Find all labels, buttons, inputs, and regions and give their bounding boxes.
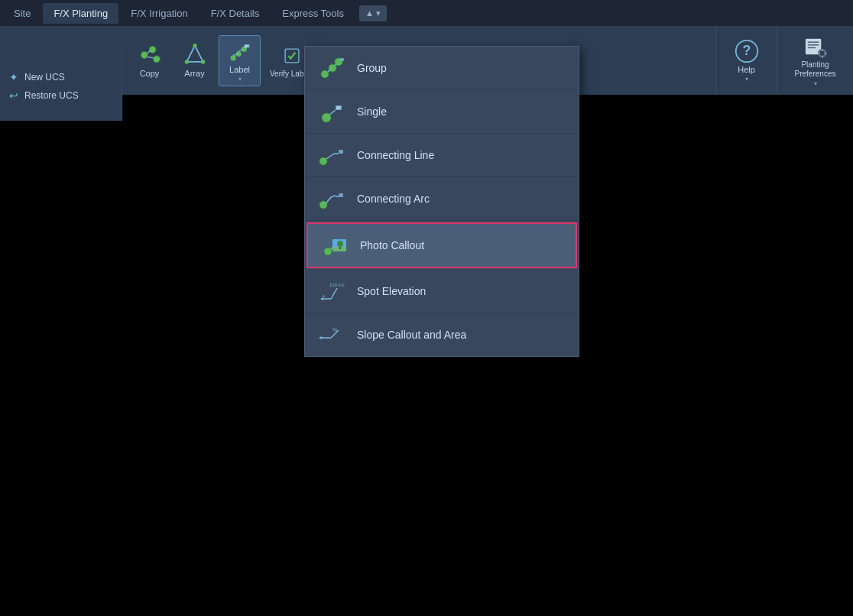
label-chevron-icon: ▾ (238, 76, 242, 83)
array-label: Array (184, 69, 204, 78)
array-button[interactable]: Array (174, 40, 216, 81)
connecting-line-menu-icon (317, 141, 345, 169)
copy-button[interactable]: Copy (128, 40, 170, 81)
spot-elevation-menu-icon: 100 FG + (317, 277, 345, 305)
menu-item-group[interactable]: Group (305, 47, 579, 90)
help-label: Help (738, 65, 755, 74)
svg-line-44 (328, 70, 330, 72)
svg-point-56 (319, 201, 327, 209)
help-button[interactable]: ? Help ▾ (715, 26, 777, 95)
svg-line-48 (329, 110, 336, 115)
photo-callout-menu-icon (320, 232, 348, 259)
planting-preferences-icon (803, 34, 828, 59)
new-ucs-button[interactable]: ✦ New UCS (9, 71, 112, 83)
svg-point-41 (321, 70, 329, 78)
svg-line-66 (331, 288, 337, 299)
svg-rect-37 (822, 48, 822, 50)
svg-rect-55 (339, 150, 343, 154)
tab-site[interactable]: Site (3, 3, 41, 24)
svg-point-7 (201, 60, 205, 63)
svg-point-1 (149, 46, 156, 53)
menu-item-spot-elevation[interactable]: 100 FG + Spot Elevation (305, 270, 579, 313)
svg-text:+: + (322, 293, 326, 300)
group-menu-icon (317, 54, 345, 82)
label-label: Label (229, 65, 250, 74)
tab-bar: Site F/X Planting F/X Irrigation F/X Det… (0, 0, 853, 26)
connecting-line-menu-label: Connecting Line (357, 149, 434, 161)
new-ucs-icon: ✦ (9, 71, 18, 83)
array-icon (183, 43, 207, 67)
svg-rect-49 (336, 105, 342, 110)
verify-labels-icon (280, 44, 304, 68)
connecting-arc-menu-label: Connecting Arc (357, 193, 430, 205)
photo-callout-menu-label: Photo Callout (360, 239, 424, 251)
svg-point-9 (230, 55, 235, 60)
tab-express-tools[interactable]: Express Tools (271, 3, 355, 24)
label-button[interactable]: Label ▾ (219, 35, 261, 86)
restore-ucs-label: Restore UCS (24, 90, 79, 101)
single-menu-icon (317, 98, 345, 125)
svg-marker-5 (186, 46, 203, 62)
copy-icon (138, 43, 162, 67)
planting-preferences-button[interactable]: PlantingPreferences ▾ (777, 26, 853, 95)
svg-rect-40 (824, 53, 826, 53)
menu-item-connecting-line[interactable]: Connecting Line (305, 134, 579, 177)
ucs-panel: ✦ New UCS ↩ Restore UCS (0, 52, 122, 121)
svg-point-0 (141, 52, 148, 59)
planting-preferences-chevron-icon: ▾ (814, 80, 817, 87)
svg-point-52 (319, 157, 327, 165)
menu-item-connecting-arc[interactable]: Connecting Arc (305, 177, 579, 221)
expand-icon: ▲ (365, 8, 374, 18)
new-ucs-label: New UCS (24, 72, 65, 83)
svg-line-45 (335, 64, 336, 66)
svg-rect-38 (822, 55, 822, 57)
menu-item-photo-callout[interactable]: Photo Callout (306, 222, 577, 268)
tab-fx-planting[interactable]: F/X Planting (43, 3, 118, 24)
svg-rect-57 (339, 193, 343, 197)
tab-expand-button[interactable]: ▲ ▾ (359, 5, 387, 21)
svg-line-53 (326, 154, 334, 159)
svg-point-61 (337, 241, 343, 247)
slope-callout-menu-icon: % (317, 321, 345, 349)
svg-point-6 (193, 44, 196, 47)
help-icon: ? (735, 39, 759, 63)
single-menu-label: Single (357, 105, 387, 118)
copy-label: Copy (140, 69, 160, 78)
svg-point-58 (324, 248, 332, 255)
restore-ucs-button[interactable]: ↩ Restore UCS (9, 89, 112, 102)
restore-ucs-icon: ↩ (9, 89, 18, 102)
menu-item-slope-callout[interactable]: % Slope Callout and Area (305, 313, 579, 356)
slope-callout-menu-label: Slope Callout and Area (357, 329, 466, 341)
svg-text:100 FG: 100 FG (329, 283, 345, 287)
svg-line-4 (148, 57, 153, 58)
svg-text:%: % (332, 327, 337, 332)
connecting-arc-menu-icon (317, 185, 345, 212)
label-dropdown-menu: Group Single Connecting Line (304, 46, 579, 357)
svg-point-8 (184, 60, 188, 63)
svg-point-2 (153, 56, 160, 63)
svg-text:?: ? (742, 43, 751, 58)
help-chevron-icon: ▾ (745, 76, 748, 83)
svg-rect-39 (817, 53, 819, 53)
planting-preferences-label: PlantingPreferences (795, 60, 836, 79)
group-menu-label: Group (357, 62, 387, 74)
spot-elevation-menu-label: Spot Elevation (357, 285, 426, 297)
svg-rect-46 (340, 58, 344, 61)
tab-fx-details[interactable]: F/X Details (200, 3, 271, 24)
expand-dropdown-icon: ▾ (376, 8, 381, 18)
svg-rect-62 (339, 247, 341, 249)
tab-fx-irrigation[interactable]: F/X Irrigation (120, 3, 198, 24)
label-icon (228, 39, 252, 63)
svg-point-36 (819, 50, 824, 55)
menu-item-single[interactable]: Single (305, 90, 579, 134)
svg-marker-70 (319, 336, 322, 339)
